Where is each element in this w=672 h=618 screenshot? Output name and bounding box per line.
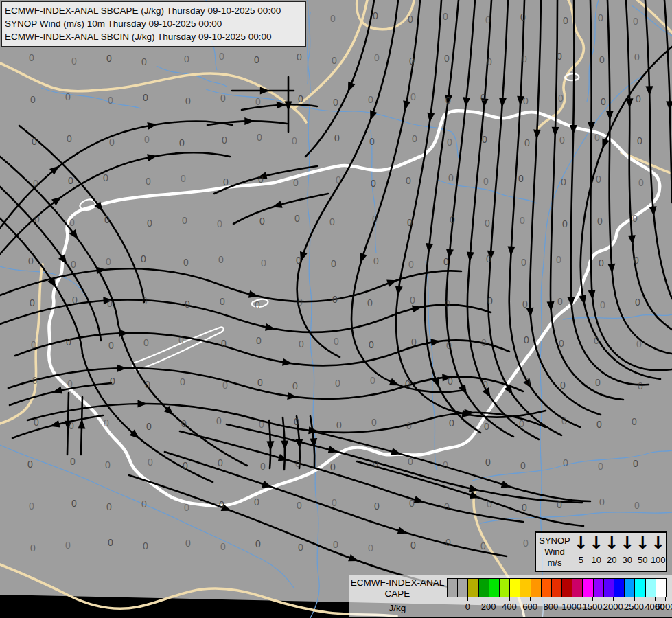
station-value: 0 (519, 418, 524, 429)
streamline-arrowhead-icon (626, 98, 634, 108)
station-value: 0 (222, 135, 227, 146)
colorbar-cell (604, 579, 614, 597)
station-value: 0 (27, 459, 33, 470)
header-line-wind: SYNOP Wind (m/s) 10m Thursday 09-10-2025… (5, 17, 301, 30)
station-value: 0 (30, 542, 36, 553)
station-value: 0 (599, 54, 605, 65)
station-value: 0 (34, 214, 40, 225)
streamline-arrowhead-icon (462, 97, 470, 107)
wind-speed-column: ↓50 (635, 533, 651, 571)
station-value: 0 (483, 379, 488, 390)
colorbar-cell (552, 579, 562, 597)
station-value: 0 (445, 537, 451, 548)
wind-speed-column: ↓10 (589, 533, 605, 571)
river (157, 66, 227, 87)
streamline (214, 166, 317, 194)
colorbar-cell (562, 579, 572, 597)
station-value: 0 (334, 336, 339, 347)
streamline-arrowhead-icon (348, 554, 360, 564)
station-value: 0 (445, 95, 451, 106)
wind-legend-scale: ↓5↓10↓20↓30↓50↓100 (573, 533, 666, 571)
streamline-arrowhead-icon (607, 264, 616, 274)
wind-arrow-down-icon: ↓ (636, 533, 650, 553)
station-value: 0 (443, 256, 449, 267)
station-value: 0 (450, 214, 455, 225)
station-value: 0 (219, 51, 224, 62)
colorbar-cell (625, 579, 635, 597)
station-value: 0 (220, 93, 226, 104)
station-value: 0 (370, 375, 375, 386)
colorbar-tick (592, 597, 593, 601)
station-value: 0 (68, 175, 73, 186)
streamline (0, 152, 230, 254)
station-value: 0 (180, 376, 185, 387)
station-value: 0 (518, 173, 524, 184)
station-value: 0 (485, 14, 491, 25)
cape-legend: ECMWF-INDEX-ANAL CAPE J/kg 0200400600800… (349, 575, 672, 618)
station-value: 0 (255, 299, 260, 310)
station-value: 0 (223, 176, 229, 187)
colorbar-cell (594, 579, 604, 597)
cape-legend-title-line: CAPE (349, 588, 445, 599)
station-value: 0 (110, 376, 115, 387)
station-value: 0 (522, 502, 527, 513)
station-value: 0 (411, 336, 417, 347)
station-value: 0 (178, 334, 184, 345)
streamline-arrowhead-icon (588, 290, 596, 300)
cape-legend-title: ECMWF-INDEX-ANAL CAPE (349, 577, 445, 599)
station-value: 0 (71, 56, 77, 67)
station-value: 0 (483, 176, 489, 187)
station-value: 0 (561, 176, 566, 187)
station-value: 0 (104, 214, 110, 225)
station-value: 0 (142, 295, 148, 306)
station-value: 0 (255, 538, 261, 549)
station-value: 0 (520, 460, 526, 471)
streamline-arrowhead-icon (666, 101, 672, 111)
station-value: 0 (218, 457, 223, 468)
station-value: 0 (448, 172, 454, 183)
station-value: 0 (556, 254, 561, 265)
station-value: 0 (106, 53, 112, 64)
station-value: 0 (487, 56, 492, 67)
streamline-arrowhead-icon (599, 138, 609, 150)
station-value: 0 (369, 136, 375, 147)
streamline-arrowhead-icon (117, 365, 127, 372)
station-value: 0 (220, 296, 225, 307)
station-value: 0 (332, 497, 337, 508)
station-value: 0 (372, 214, 378, 225)
station-value: 0 (633, 458, 638, 469)
wind-speed-column: ↓100 (651, 533, 667, 571)
streamline-arrowhead-icon (501, 481, 513, 491)
station-value: 0 (368, 542, 373, 553)
streamline (446, 0, 513, 437)
streamline (581, 47, 672, 379)
station-value: 0 (143, 540, 148, 551)
station-value: 0 (522, 299, 528, 310)
station-value: 0 (523, 95, 529, 106)
station-value: 0 (599, 258, 604, 268)
hungary-border (49, 111, 660, 506)
station-value: 0 (254, 496, 259, 507)
station-value: 0 (330, 13, 336, 24)
station-value: 0 (147, 218, 152, 229)
colorbar-tick (530, 597, 531, 601)
wind-arrow-down-icon: ↓ (589, 533, 603, 553)
station-value: 0 (636, 93, 641, 104)
streamline-arrows-layer (48, 82, 672, 564)
station-value: 0 (185, 538, 191, 549)
station-value: 0 (105, 459, 111, 470)
colorbar-tick-label: 6000 (650, 602, 672, 612)
station-value: 0 (410, 295, 415, 306)
streamline-arrowhead-icon (551, 127, 559, 137)
station-value: 0 (636, 339, 642, 350)
colorbar-cell (468, 579, 478, 597)
streamline-arrowhead-icon (278, 454, 289, 464)
station-value: 0 (367, 297, 373, 308)
wind-speed-column: ↓30 (620, 533, 636, 571)
station-value: 0 (72, 295, 78, 306)
station-value: 0 (487, 295, 493, 306)
wind-speed-column: ↓20 (604, 533, 620, 571)
streamline-arrowhead-icon (49, 420, 60, 430)
station-value: 0 (598, 461, 603, 472)
wind-legend-title-line: m/s (536, 558, 573, 569)
